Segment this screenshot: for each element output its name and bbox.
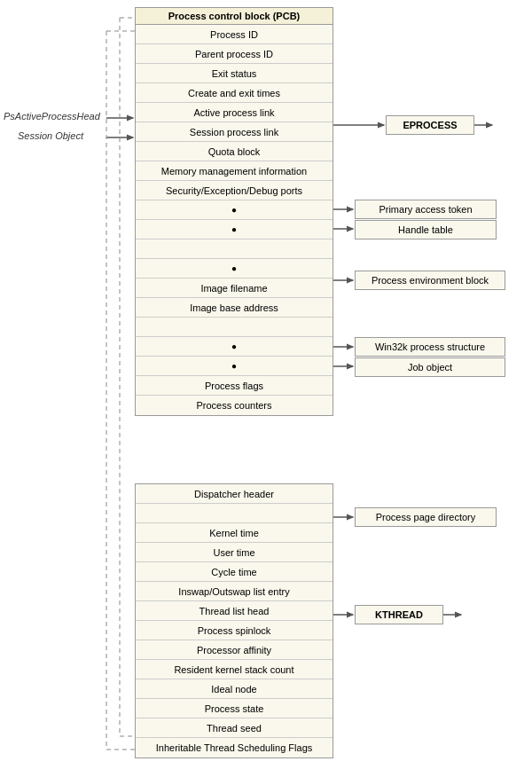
- table-row: Image filename: [136, 279, 332, 298]
- table-row: Exit status: [136, 64, 332, 83]
- table-row: User time: [136, 543, 332, 562]
- table-row: Security/Exception/Debug ports: [136, 181, 332, 200]
- table-row: Process counters: [136, 396, 332, 415]
- table-row-dot-peb: [136, 259, 332, 279]
- ppd-box: Process page directory: [355, 507, 497, 527]
- table-row: Cycle time: [136, 562, 332, 582]
- ps-active-label: PsActiveProcessHead: [4, 111, 100, 122]
- table-row: Memory management information: [136, 161, 332, 181]
- kthread-box: KTHREAD: [355, 605, 443, 624]
- table-row-empty: [136, 318, 332, 337]
- table-row-dot-win32k: [136, 337, 332, 357]
- table-row-dot-ht: [136, 220, 332, 239]
- table-row: Resident kernel stack count: [136, 660, 332, 679]
- table-row: Create and exit times: [136, 83, 332, 103]
- eprocess-box: EPROCESS: [386, 115, 474, 135]
- session-object-label: Session Object: [18, 130, 83, 141]
- table-row: Quota block: [136, 142, 332, 161]
- table-row-dot-pat: [136, 200, 332, 220]
- job-box: Job object: [355, 357, 505, 377]
- table-row: Ideal node: [136, 679, 332, 699]
- table-row: Process flags: [136, 376, 332, 396]
- peb-box: Process environment block: [355, 271, 505, 290]
- table-row: Parent process ID: [136, 44, 332, 64]
- ht-box: Handle table: [355, 220, 497, 239]
- win32k-box: Win32k process structure: [355, 337, 505, 357]
- table-row: Session process link: [136, 122, 332, 142]
- table-row: Image base address: [136, 298, 332, 318]
- table-row: Inheritable Thread Scheduling Flags: [136, 738, 332, 757]
- table-row: Processor affinity: [136, 640, 332, 660]
- table-row: Process spinlock: [136, 621, 332, 640]
- table-row: Process ID: [136, 25, 332, 44]
- table-row: Kernel time: [136, 523, 332, 543]
- table-row: Process state: [136, 699, 332, 718]
- table-row-dot-ppd: [136, 504, 332, 523]
- table-row: Thread seed: [136, 718, 332, 738]
- table-row-active-process: Active process link: [136, 103, 332, 122]
- table-row-thread-list-head: Thread list head: [136, 601, 332, 621]
- pcb-table: Process control block (PCB) Process ID P…: [135, 7, 333, 416]
- table-row-dot-job: [136, 357, 332, 376]
- table-row: Dispatcher header: [136, 484, 332, 504]
- kthread-table: Dispatcher header Kernel time User time …: [135, 483, 333, 758]
- pcb-header: Process control block (PCB): [136, 8, 332, 25]
- table-row: Inswap/Outswap list entry: [136, 582, 332, 601]
- pat-box: Primary access token: [355, 200, 497, 219]
- table-row-empty: [136, 239, 332, 259]
